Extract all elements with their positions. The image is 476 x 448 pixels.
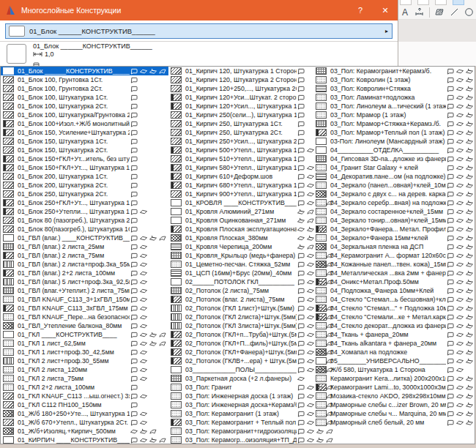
list-item[interactable]: Мраморный слеб белый, 20 мм	[313, 418, 475, 427]
list-item[interactable]: 04_Зеркало (панел...овная)+клей_10мм	[313, 181, 475, 190]
line-tool-icon[interactable]	[450, 7, 460, 18]
list-item[interactable]: 02_Потолок (ГКЛ+П...филь)+Штук.(5мм)	[168, 339, 313, 348]
list-item[interactable]: 04_Ткань alkantara + фанера_20мм	[313, 339, 475, 348]
list-item[interactable]: 03_Паркетная доска (+2 л.фанеры)	[168, 374, 313, 383]
list-item[interactable]: 01_Блок 150, Штукатурка 2Ст.	[1, 146, 168, 154]
list-item[interactable]: 01_Ж/б+Изоляц.+Кирпич_500мм	[1, 427, 168, 436]
list-item[interactable]: 01_Блок 150, Усиление+Штукатурка 2Ст.	[1, 128, 168, 137]
list-item[interactable]: 01_Блок 100, Штукатурка/Грунтовка 2Ст.	[1, 111, 168, 119]
list-item[interactable]: 01_Кирпич 250, Штукатурка 1Ст.	[168, 119, 313, 128]
list-item[interactable]: 03-Пол: Линолеум (Мансардный этаж)	[313, 137, 475, 146]
help-button[interactable]: ?	[348, 0, 373, 20]
list-item[interactable]: 02_Потолок (влаг. 2 листа)_75мм	[168, 295, 313, 304]
list-item[interactable]: 01_Кровля Плоская_380мм	[168, 234, 313, 242]
list-item[interactable]: Мозаика-стекло AKDO, 298х298х10мм	[313, 392, 475, 400]
list-item[interactable]: 01_ГКЛ 2 лист+проф.30_55мм	[1, 356, 168, 365]
list-item[interactable]: 04_Зеркало с двух с... на дерев. каркасе	[313, 190, 475, 198]
list-item[interactable]: 01_Блок 250+ГКЛ+Ут..., Штукатурка 1Ст.	[1, 198, 168, 207]
list-item[interactable]: 01_ГВЛ (влаг.) 2 листа+проф.3ка_55мм	[1, 260, 168, 269]
list-item[interactable]: 04_Зеркало тонир...овная)+клей_15мм	[313, 216, 475, 225]
list-item[interactable]: 01_Блок 100, Грунтовка 1Ст.	[1, 75, 168, 84]
list-item[interactable]: 04_Стекло "Стемал...ь бесшовная)+клей	[313, 295, 475, 304]
list-item[interactable]: 04_Гранит Star Galaxy + клей	[313, 163, 475, 172]
list-item[interactable]: 03____________ПОЛЫ____________	[168, 365, 313, 374]
list-item[interactable]: 04_Гипсовая 3D-па...дложке из фанеры	[313, 154, 475, 163]
fill-tool-icon[interactable]	[434, 7, 445, 18]
list-item[interactable]: 01_ГКЛ KNAUF_C113 ...ыш.огнест.) 3хГСП	[1, 392, 168, 400]
list-item[interactable]: 01_Кирпич 250+Усил..., Штукатурка 2Ст.	[168, 137, 313, 146]
list-item[interactable]: 04_Металлическая ...вка 2мм + фанера	[313, 269, 475, 277]
list-item[interactable]: 01_Блок 250, Штукатурка 2Ст.	[1, 190, 168, 198]
list-item[interactable]: 01_Блок 150+ГКЛ+Ут..., Штукатурка 1Ст.	[1, 163, 168, 172]
list-item[interactable]: 02_Потолок (ГКЛ 1лист)+Штук.(5мм)	[168, 304, 313, 313]
list-item[interactable]: Мраморные слебы ч... Marquina, 20 мм	[313, 409, 475, 418]
close-button[interactable]: ✕	[373, 0, 398, 20]
list-item[interactable]: 01_Блок 250+Утепли..., Штукатурка 1Ст.	[1, 207, 168, 216]
list-item[interactable]: 01_Кирпич 680+Утепл., Штукатурка 1Ст.	[168, 181, 313, 190]
list-item[interactable]: 04_Декоратив.пане...ом (на подложке)	[313, 172, 475, 181]
dimension-tool-icon[interactable]	[414, 7, 425, 18]
list-item[interactable]: 03_Пол: Керамогранит+Керамз/б.	[313, 67, 475, 75]
list-item[interactable]: 01_ГВЛ (влаг.) ____КОНСТРУКТИВ____	[1, 234, 168, 242]
list-item[interactable]: 01_Кирпич 900+Утепл., Штукатурка 1Ст.	[168, 190, 313, 198]
list-item[interactable]: 01_Кровля_Крыльцо (медь+фанера)	[168, 251, 313, 260]
list-item[interactable]: 03_Пол: Ламинат+подложка	[313, 93, 475, 102]
list-item[interactable]: 01_Кирпич 250(сели...), Штукатурка 1Ст.	[168, 111, 313, 119]
list-item[interactable]: 02_Потолок (ГКЛ+п...Труба)+Штук.(5мм)	[168, 330, 313, 339]
list-item[interactable]: 04_Хомапал на подложке	[313, 348, 475, 356]
list-item[interactable]: 04_Зеркало+Фанера... Метал. Профиле)	[313, 225, 475, 234]
list-item[interactable]: 04_Подложка_Фанера 10мм+Клей	[313, 286, 475, 295]
list-item[interactable]: 01_Кирпич 580+Утепл., Штукатурка 1Ст.	[168, 163, 313, 172]
dialog-titlebar[interactable]: Многослойные Конструкции ? ✕	[0, 0, 398, 20]
list-item[interactable]: 01_КРОВЛЯ ____КОНСТРУКТИВ____	[168, 198, 313, 207]
list-item[interactable]: 04_Кожанные панел...твен. кожа)_15мм	[313, 260, 475, 269]
list-item[interactable]: 04_Керамогранит А... формат 120х60см	[313, 251, 475, 260]
list-item[interactable]: 01_ГВЛ (влаг.+Утеплит.) 2 листа_75мм	[1, 286, 168, 295]
list-item[interactable]: 05________УНИВЕРСАЛЬНО__________	[313, 356, 475, 365]
list-item[interactable]: 03_Пол: Мрамор (1 этаж)	[313, 111, 475, 119]
list-item[interactable]: 01_Кирпич 500+Утепл., Штукатурка 1Ст.	[168, 146, 313, 154]
list-item[interactable]: 02_Потолок (ГКЛ 3листа)+Штук.(5мм)	[168, 321, 313, 330]
list-item[interactable]: 04_Зеркальная пленка на ДСП	[313, 242, 475, 251]
list-item[interactable]: 04__________ОТДЕЛКА__________	[313, 146, 475, 154]
list-item[interactable]: 03_Пол: Мрамор+Теплый пол (1 этаж)	[313, 128, 475, 137]
list-item[interactable]: 01_ГВЛ (влаг.) 2 листа_75мм	[1, 251, 168, 260]
list-item[interactable]: 04_Зеркало+Фанера 15мм+клей	[313, 234, 475, 242]
list-item[interactable]: 04_Стекло декорат...дложка из фанеры	[313, 321, 475, 330]
list-item[interactable]: 01_ЦСП (16мм)+Брус (20мм)_40мм	[168, 269, 313, 277]
list-item[interactable]: 01_Кирпич 120+250,..., Штукатурка 2Ст.	[168, 84, 313, 93]
list-item[interactable]: 03_Пол: Инженерная доска (1 этаж)	[168, 392, 313, 400]
list-item[interactable]: 01_ГКЛ 2 листа_75мм	[1, 374, 168, 383]
list-item[interactable]: 01_Кирпич 120, Штукатурка 1 Сторона	[168, 67, 313, 75]
list-item[interactable]: 01_Блок 200, Штукатурка 2Ст.	[1, 181, 168, 190]
list-item[interactable]: 01_Блок 100, Штукатурка 2Ст.	[1, 102, 168, 111]
list-item[interactable]: 01_Кирпич 120+Уси...Штукат. 2 стороны	[168, 93, 313, 102]
list-item[interactable]: 01_ГКЛ 2+2 листа_100мм	[1, 383, 168, 392]
list-item[interactable]: 01_Кирпич 120+Усил..., Штукатурка 1Ст.	[168, 102, 313, 111]
list-item[interactable]: 02_Потолок (ГКЛ+Фанера)+Штук.(5мм)	[168, 348, 313, 356]
list-item[interactable]: 01_ГВЛ_Утепление балкона_80мм	[1, 321, 168, 330]
list-item[interactable]: 04_Оникс+Метал.Проф.50мм	[313, 277, 475, 286]
list-item[interactable]: 02_Потолок (ГКЛВ+...ера) + Штук.(5мм)	[168, 356, 313, 365]
list-item[interactable]: 02_Потолок (ГКЛ 2листа)+Штук.(5мм)	[168, 313, 313, 321]
list-item[interactable]: 01_ГКЛ 1 лист_62,5мм	[1, 339, 168, 348]
list-item[interactable]: Керамогранит Lami...to, 3000х1000х3мм	[313, 383, 475, 392]
list-item[interactable]: 04_Стекло "Стемали...ке + Метал.каркас	[313, 313, 475, 321]
list-item[interactable]: 01_ГКЛ ____КОНСТРУКТИВ____	[1, 330, 168, 339]
list-item[interactable]: 02______ПОТОЛОК ГКЛ__________	[168, 277, 313, 286]
list-item[interactable]: Ж/б 580, Штукатурка 1 Сторона	[313, 365, 475, 374]
text-tool-icon[interactable]: A	[400, 7, 410, 18]
list-item[interactable]: 01_ГКЛ 1 лист+проф.30_42,5мм	[1, 348, 168, 356]
list-item[interactable]: 01_Блок 150+ГКЛ+Ут...итель, без штукат.	[1, 154, 168, 163]
list-item[interactable]: 01_ГВЛ KNAUF_C113_3хГВЛ_175мм	[1, 304, 168, 313]
list-item[interactable]: 03_Пол: Линолеум а...тический (1 этаж)	[313, 102, 475, 111]
list-item[interactable]: 01_ГВЛ (влаг.) 2 листа_25мм	[1, 242, 168, 251]
list-item[interactable]: 01_Кровля Алюминий_271мм	[168, 207, 313, 216]
list-item[interactable]: 01_Цеметно-песчан. Стяжка_52мм	[168, 260, 313, 269]
list-item[interactable]: 03_Пол: Керамогр...оизоляция+ТП_Душ	[168, 436, 313, 444]
list-item[interactable]: 03_Пол: Гранит	[168, 383, 313, 392]
list-item[interactable]: 01_Кровля Черепица_200мм	[168, 242, 313, 251]
list-item[interactable]: 04_Ткань + фанера_20мм	[313, 330, 475, 339]
list-item[interactable]: Керамогранит Kera...литка) 200х200х10	[313, 374, 475, 383]
list-item[interactable]: 03_Пол: Инженерная доска+Керамз/б.	[168, 400, 313, 409]
